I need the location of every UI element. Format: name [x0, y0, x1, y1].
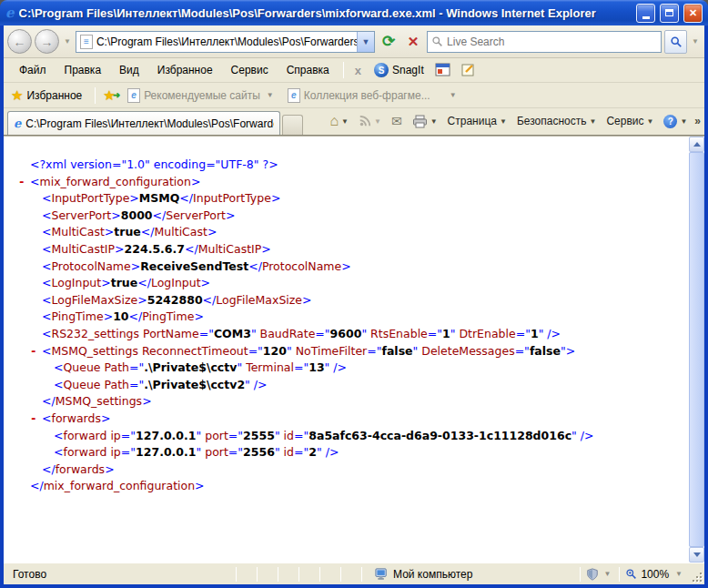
xml-line: -<forwards> [18, 411, 689, 428]
zoom-control[interactable]: 100% ▼ [625, 568, 689, 581]
xml-line: </forwards> [18, 461, 689, 479]
navigation-bar: ← → ▼ ≡ C:\Program Files\Интеллект\Modul… [4, 25, 704, 58]
print-button[interactable]: ▼ [408, 112, 442, 131]
stop-button[interactable]: ✕ [402, 30, 424, 54]
resize-grip[interactable] [691, 571, 703, 583]
page-content: <?xml version="1.0" encoding="UTF-8" ?>-… [4, 136, 704, 563]
search-input[interactable] [447, 35, 657, 48]
xml-markup: > [271, 191, 280, 205]
xml-name: ProtocolName [262, 259, 341, 273]
snagit-label: SnagIt [392, 64, 424, 76]
zoom-dropdown-icon: ▼ [673, 570, 685, 578]
close-button[interactable]: ✕ [683, 4, 703, 23]
address-text[interactable]: C:\Program Files\Интеллект\Modules\Pos\F… [96, 35, 357, 48]
security-menu-button[interactable]: Безопасность ▼ [512, 112, 601, 130]
xml-markup: < [42, 242, 51, 256]
new-tab-button[interactable] [282, 115, 303, 135]
search-go-button[interactable] [664, 30, 687, 54]
add-favorite-button[interactable]: ★ ➜ [103, 87, 120, 104]
scroll-down-button[interactable] [689, 547, 704, 563]
active-tab[interactable]: e C:\Program Files\Интеллект\Modules\Pos… [7, 111, 280, 135]
tools-menu-button[interactable]: Сервис ▼ [602, 112, 658, 130]
xml-markup: </ [248, 259, 262, 273]
xml-markup: < [42, 411, 51, 425]
menu-tools[interactable]: Сервис [223, 61, 277, 79]
back-button[interactable]: ← [7, 29, 32, 54]
scroll-up-button[interactable] [689, 137, 704, 152]
xml-markup: < [42, 276, 51, 289]
security-zone-label: Мой компьютер [393, 568, 472, 581]
xml-value: true [114, 225, 141, 238]
rss-feed-icon [359, 115, 371, 127]
snagit-button[interactable]: S SnagIt [369, 63, 430, 77]
xml-markup: =" [121, 445, 136, 459]
forward-button[interactable]: → [35, 29, 59, 54]
xml-markup: < [54, 378, 63, 391]
collapse-toggle[interactable]: - [18, 174, 30, 191]
xml-line: <MultiCast>true</MultiCast> [18, 224, 689, 241]
refresh-button[interactable]: ⟳ [378, 30, 400, 54]
xml-value: true [111, 276, 138, 289]
xml-name: LogInput [151, 276, 201, 289]
maximize-button[interactable] [660, 4, 679, 23]
menu-help[interactable]: Справка [278, 61, 338, 79]
minimize-button[interactable] [636, 4, 655, 23]
help-button[interactable]: ? ▼ [659, 112, 692, 131]
xml-markup: </ [129, 309, 143, 323]
xml-value: 127.0.0.1 [136, 429, 196, 442]
xml-name: LogFileMaxSize [216, 293, 302, 307]
read-mail-button[interactable]: ✉ [387, 111, 407, 131]
zoom-level: 100% [641, 568, 669, 581]
home-dropdown-icon[interactable]: ▼ [341, 117, 349, 126]
menu-file[interactable]: Файл [11, 61, 55, 79]
xml-name: ReconnectTimeout [138, 344, 248, 358]
menu-favorites[interactable]: Избранное [149, 61, 221, 79]
snagit-edit-button[interactable] [460, 63, 477, 77]
suggested-sites-button[interactable]: e Рекомендуемые сайты ▼ [124, 88, 280, 103]
home-button[interactable]: ⌂ ▼ [325, 111, 353, 131]
xml-markup: /> [329, 360, 347, 374]
address-dropdown-button[interactable]: ▼ [357, 32, 374, 52]
xml-markup: =" [129, 378, 144, 391]
search-box[interactable] [427, 31, 662, 53]
xml-markup: > [105, 462, 114, 476]
collapse-toggle[interactable]: - [30, 411, 42, 428]
favorites-star-icon: ★ [11, 87, 23, 104]
toolbar-overflow-button[interactable]: » [694, 115, 701, 127]
xml-value: false [530, 344, 561, 358]
xml-line: <PingTime>10</PingTime> [18, 309, 689, 326]
xml-markup: > [341, 259, 350, 273]
web-slices-button[interactable]: e Коллекция веб-фрагме... ▼ [284, 88, 463, 103]
xml-markup: < [42, 191, 51, 205]
xml-markup: > [131, 259, 140, 273]
menu-view[interactable]: Вид [111, 61, 147, 79]
xml-markup: </ [137, 276, 151, 289]
menu-edit[interactable]: Правка [56, 61, 110, 79]
favorites-bar: ★ Избранное ★ ➜ e Рекомендуемые сайты ▼ … [4, 83, 704, 108]
xml-name: PingTime [142, 309, 194, 323]
search-options-dropdown-icon[interactable]: ▼ [690, 37, 701, 46]
collapse-toggle[interactable]: - [30, 343, 42, 360]
close-toolbar-button[interactable]: x [349, 64, 367, 77]
xml-value: 8a5afc63-4cca-d6a9-0133-1c11128d016c [308, 429, 571, 442]
suggested-sites-label: Рекомендуемые сайты [144, 89, 260, 102]
xml-name: mix_forward_configuration [44, 479, 195, 492]
favorites-button[interactable]: Избранное [26, 89, 87, 102]
snagit-capture-window-button[interactable] [435, 63, 451, 77]
security-dropdown-icon: ▼ [589, 117, 596, 126]
xml-name: LogInput [51, 276, 101, 289]
history-dropdown-icon[interactable]: ▼ [62, 37, 73, 46]
xml-name: ip [106, 429, 120, 442]
scrollbar-thumb[interactable] [689, 152, 704, 547]
xml-value: 1 [531, 327, 539, 340]
vertical-scrollbar[interactable] [689, 137, 704, 563]
stop-icon: ✕ [408, 34, 420, 50]
address-bar[interactable]: ≡ C:\Program Files\Интеллект\Modules\Pos… [76, 31, 375, 53]
print-dropdown-icon[interactable]: ▼ [430, 117, 438, 126]
feeds-button[interactable]: ▼ [354, 112, 386, 130]
protected-mode-button[interactable]: ▼ [586, 568, 613, 581]
xml-line: <MultiCastIP>224.5.6.7</MultiCastIP> [18, 241, 689, 259]
page-menu-label: Страница [448, 115, 497, 127]
xml-value: 127.0.0.1 [136, 445, 196, 459]
page-menu-button[interactable]: Страница ▼ [443, 112, 511, 130]
